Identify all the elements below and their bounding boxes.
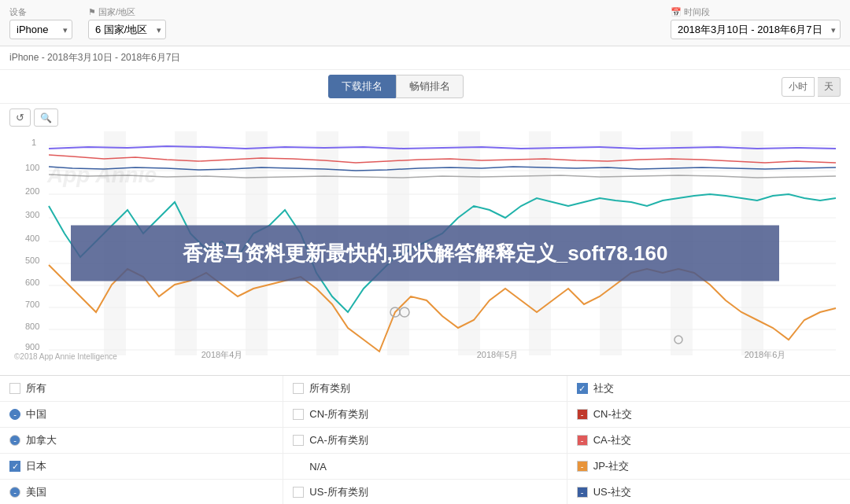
tab-sales[interactable]: 畅销排名 [396, 75, 464, 98]
checkbox-ca-cat[interactable] [293, 435, 304, 446]
legend-cell-jp: ✓ 日本 [0, 454, 283, 479]
country-group: ⚑ 国家/地区 6 国家/地区 [88, 6, 166, 39]
device-select[interactable]: iPhone [9, 20, 72, 39]
legend-label-ca: 加拿大 [26, 433, 57, 447]
svg-text:400: 400 [25, 234, 39, 243]
country-select[interactable]: 6 国家/地区 [88, 20, 166, 39]
legend-label-ca-cat: CA-所有类别 [309, 433, 368, 447]
legend-header-row: 所有 所有类别 ✓ 社交 [0, 376, 850, 402]
legend-row-jp: ✓ 日本 N/A - JP-社交 [0, 454, 850, 480]
checkbox-jp-social[interactable]: - [577, 461, 588, 472]
legend-label-cn-cat: CN-所有类别 [309, 407, 368, 421]
legend-row-us: - 美国 US-所有类别 - US-社交 [0, 480, 850, 504]
checkbox-all-cat[interactable] [293, 383, 304, 394]
legend-label-us: 美国 [26, 485, 46, 499]
time-label: 📅 时间段 [671, 6, 841, 18]
checkbox-cn-social[interactable]: - [577, 409, 588, 420]
legend-cell-jp-social: - JP-社交 [567, 454, 850, 479]
checkbox-us-cat[interactable] [293, 487, 304, 498]
legend-cell-social: ✓ 社交 [567, 376, 850, 401]
checkbox-jp[interactable]: ✓ [9, 461, 20, 472]
checkbox-social[interactable]: ✓ [577, 383, 588, 394]
legend-label-cn: 中国 [26, 407, 46, 421]
legend-area: 所有 所有类别 ✓ 社交 - 中国 CN-所有类别 - CN-社交 - 加拿大 [0, 375, 850, 504]
time-hour-btn[interactable]: 小时 [782, 77, 815, 97]
svg-text:2018年6月: 2018年6月 [745, 350, 786, 359]
svg-text:1: 1 [31, 138, 36, 147]
svg-text:700: 700 [25, 300, 39, 309]
svg-text:900: 900 [25, 342, 39, 351]
legend-cell-all-cat: 所有类别 [283, 376, 567, 401]
zoom-icon: 🔍 [40, 112, 52, 123]
legend-label-jp: 日本 [26, 459, 46, 473]
legend-cell-all: 所有 [0, 376, 283, 401]
device-label: 设备 [9, 6, 72, 18]
svg-text:800: 800 [25, 322, 39, 331]
legend-cell-us-cat: US-所有类别 [283, 480, 567, 504]
legend-cell-ca-cat: CA-所有类别 [283, 428, 567, 453]
flag-icon: ⚑ [88, 7, 98, 17]
svg-text:600: 600 [25, 278, 39, 287]
checkbox-us-social[interactable]: - [577, 487, 588, 498]
legend-label-all-cat: 所有类别 [309, 381, 350, 395]
checkbox-us[interactable]: - [9, 487, 20, 498]
svg-text:500: 500 [25, 256, 39, 265]
checkbox-jp-cat [293, 461, 304, 472]
legend-label-social: 社交 [593, 381, 614, 395]
reset-btn[interactable]: ↺ [9, 109, 31, 127]
legend-cell-cn-cat: CN-所有类别 [283, 402, 567, 427]
country-label: ⚑ 国家/地区 [88, 6, 166, 18]
checkbox-ca-social[interactable]: - [577, 435, 588, 446]
svg-text:200: 200 [25, 186, 39, 196]
checkbox-ca[interactable]: - [9, 435, 20, 446]
device-group: 设备 iPhone [9, 6, 72, 39]
legend-label-us-social: US-社交 [593, 485, 631, 499]
date-range-wrapper[interactable]: 2018年3月10日 - 2018年6月7日 [671, 20, 841, 39]
legend-cell-ca-social: - CA-社交 [567, 428, 850, 453]
checkbox-cn[interactable]: - [9, 409, 20, 420]
legend-cell-jp-cat: N/A [283, 454, 567, 479]
device-select-wrapper[interactable]: iPhone [9, 20, 72, 39]
svg-text:2018年5月: 2018年5月 [477, 350, 519, 359]
legend-cell-ca: - 加拿大 [0, 428, 283, 453]
svg-text:100: 100 [25, 163, 39, 172]
legend-row-china: - 中国 CN-所有类别 - CN-社交 [0, 402, 850, 428]
legend-cell-cn: - 中国 [0, 402, 283, 427]
tab-download[interactable]: 下载排名 [328, 75, 396, 98]
checkbox-all[interactable] [9, 383, 20, 394]
zoom-btn[interactable]: 🔍 [34, 109, 58, 127]
calendar-label-icon: 📅 [671, 7, 684, 17]
legend-label-ca-social: CA-社交 [593, 433, 631, 447]
legend-label-jp-social: JP-社交 [593, 459, 630, 473]
legend-cell-us: - 美国 [0, 480, 283, 504]
legend-cell-cn-social: - CN-社交 [567, 402, 850, 427]
chart-toolbar: ↺ 🔍 [0, 104, 850, 131]
date-range-group: 📅 时间段 2018年3月10日 - 2018年6月7日 [671, 6, 841, 39]
copyright: ©2018 App Annie Intelligence [14, 352, 117, 361]
time-day-btn[interactable]: 天 [818, 77, 841, 97]
legend-label-jp-na: N/A [309, 461, 327, 473]
legend-label-cn-social: CN-社交 [593, 407, 632, 421]
legend-label-all: 所有 [26, 381, 46, 395]
checkbox-cn-cat[interactable] [293, 409, 304, 420]
breadcrumb: iPhone - 2018年3月10日 - 2018年6月7日 [0, 46, 850, 70]
country-select-wrapper[interactable]: 6 国家/地区 [88, 20, 166, 39]
date-range-select[interactable]: 2018年3月10日 - 2018年6月7日 [671, 20, 841, 39]
overlay-banner: 香港马资料更新最快的,现状解答解释定义_soft78.160 [71, 226, 779, 281]
legend-row-ca: - 加拿大 CA-所有类别 - CA-社交 [0, 428, 850, 454]
svg-text:2018年4月: 2018年4月 [201, 350, 243, 359]
chart-container: App Annie 1 100 200 300 400 500 600 700 … [0, 131, 850, 375]
toolbar: 设备 iPhone ⚑ 国家/地区 6 国家/地区 📅 时间段 [0, 0, 850, 46]
legend-cell-us-social: - US-社交 [567, 480, 850, 504]
svg-text:300: 300 [25, 210, 39, 219]
legend-label-us-cat: US-所有类别 [309, 485, 368, 499]
